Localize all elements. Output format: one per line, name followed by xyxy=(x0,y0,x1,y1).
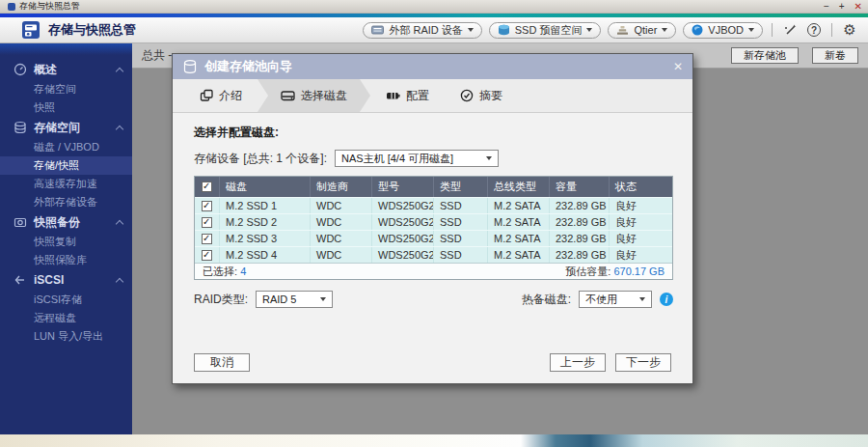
sidebar-item-snapshot-replica[interactable]: 快照复制 xyxy=(0,233,132,251)
iscsi-arrow-icon xyxy=(14,273,27,287)
chevron-down-icon xyxy=(468,28,474,32)
wand-recovery-button[interactable] xyxy=(781,21,799,39)
chevron-up-icon xyxy=(116,277,123,285)
cell-disk: M.2 SSD 2 xyxy=(220,214,311,230)
col-capacity[interactable]: 容量 xyxy=(550,177,610,197)
cell-capacity: 232.89 GB xyxy=(550,214,610,230)
col-model[interactable]: 型号 xyxy=(372,177,434,197)
disk-drive-icon xyxy=(281,89,295,102)
sidebar-item-external-storage[interactable]: 外部存储设备 xyxy=(0,193,132,211)
selected-label: 已选择: xyxy=(203,265,237,277)
sidebar-group-label: iSCSI xyxy=(34,273,64,287)
step-label: 介绍 xyxy=(219,88,242,104)
info-icon[interactable]: i xyxy=(660,293,673,306)
disks-icon xyxy=(14,121,27,134)
wand-icon xyxy=(783,23,798,38)
row-checkbox[interactable] xyxy=(202,250,212,261)
hot-spare-label: 热备磁盘: xyxy=(522,292,571,308)
cell-capacity: 232.89 GB xyxy=(550,198,610,213)
sidebar-group-storage[interactable]: 存储空间 xyxy=(0,117,132,138)
col-bus-type[interactable]: 总线类型 xyxy=(488,177,550,197)
cell-disk: M.2 SSD 3 xyxy=(220,231,311,246)
ssd-overprovisioning-button[interactable]: SSD 预留空间 xyxy=(489,22,602,39)
col-manufacturer[interactable]: 制造商 xyxy=(311,177,372,197)
storage-device-label: 存储设备 [总共: 1 个设备]: xyxy=(194,151,327,167)
estimate-label: 预估容量: xyxy=(565,265,610,277)
row-checkbox[interactable] xyxy=(202,217,212,228)
chevron-up-icon xyxy=(116,219,123,227)
cell-status: 良好 xyxy=(610,198,672,213)
table-row[interactable]: M.2 SSD 3 WDC WDS250G2... SSD M.2 SATA 2… xyxy=(195,230,672,246)
vjbod-button[interactable]: VJBOD xyxy=(683,22,763,39)
dialog-titlebar[interactable]: 创建存储池向导 ✕ xyxy=(173,54,692,79)
cell-disk: M.2 SSD 1 xyxy=(220,198,311,213)
cell-type: SSD xyxy=(434,214,488,230)
help-icon: ? xyxy=(807,23,821,37)
sidebar-item-lun-import-export[interactable]: LUN 导入/导出 xyxy=(0,327,132,346)
sidebar-item-snapshot[interactable]: 快照 xyxy=(0,98,132,117)
row-checkbox[interactable] xyxy=(202,201,212,211)
chevron-down-icon xyxy=(486,156,492,160)
sidebar-item-cache-acceleration[interactable]: 高速缓存加速 xyxy=(0,175,132,193)
dialog-title: 创建存储池向导 xyxy=(204,58,292,75)
cell-bus-type: M.2 SATA xyxy=(488,214,550,230)
cell-status: 良好 xyxy=(610,247,672,263)
chevron-up-icon xyxy=(116,67,123,74)
external-raid-device-button[interactable]: 外部 RAID 设备 xyxy=(363,22,481,39)
external-raid-device-label: 外部 RAID 设备 xyxy=(389,23,462,38)
next-button[interactable]: 下一步 xyxy=(615,353,671,372)
cell-type: SSD xyxy=(434,231,488,246)
table-row[interactable]: M.2 SSD 1 WDC WDS250G2... SSD M.2 SATA 2… xyxy=(195,197,672,213)
dialog-close-button[interactable]: ✕ xyxy=(673,60,683,73)
external-raid-device-icon xyxy=(371,25,384,36)
cancel-button[interactable]: 取消 xyxy=(194,353,250,372)
cell-manufacturer: WDC xyxy=(311,214,372,230)
help-button[interactable]: ? xyxy=(805,21,823,39)
raid-type-select[interactable]: RAID 5 xyxy=(256,291,333,308)
sidebar-item-snapshot-vault[interactable]: 快照保险库 xyxy=(0,251,132,269)
storage-device-select[interactable]: NAS主机 [4/4 可用磁盘] xyxy=(335,150,499,167)
wizard-step-intro[interactable]: 介绍 xyxy=(184,79,258,112)
sidebar-item-iscsi-storage[interactable]: iSCSI存储 xyxy=(0,291,132,309)
col-type[interactable]: 类型 xyxy=(434,177,488,197)
col-status[interactable]: 状态 xyxy=(610,177,672,197)
row-checkbox[interactable] xyxy=(202,234,212,244)
new-volume-button[interactable]: 新卷 xyxy=(812,47,858,64)
sidebar-item-disk-vjbod[interactable]: 磁盘 / VJBOD xyxy=(0,138,132,156)
chevron-up-icon xyxy=(116,125,123,132)
minimize-button[interactable]: − xyxy=(824,1,829,13)
wizard-step-summary[interactable]: 摘要 xyxy=(445,79,518,112)
sidebar-group-snapshot-backup[interactable]: 快照备份 xyxy=(0,211,132,233)
wizard-step-configure[interactable]: 配置 xyxy=(370,79,445,112)
check-circle-icon xyxy=(460,89,474,102)
sidebar-item-storage-space[interactable]: 存储空间 xyxy=(0,80,132,98)
chevron-down-icon xyxy=(748,28,754,32)
section-title: 选择并配置磁盘: xyxy=(194,125,671,141)
table-row[interactable]: M.2 SSD 2 WDC WDS250G2... SSD M.2 SATA 2… xyxy=(195,213,672,230)
new-storage-pool-button[interactable]: 新存储池 xyxy=(731,47,799,64)
maximize-button[interactable]: + xyxy=(839,1,845,13)
disk-table-header: 磁盘 制造商 型号 类型 总线类型 容量 状态 xyxy=(195,177,672,197)
raid-type-label: RAID类型: xyxy=(194,292,248,308)
storage-snapshots-app-icon xyxy=(21,20,41,40)
hot-spare-select[interactable]: 不使用 xyxy=(579,291,652,308)
back-button[interactable]: 上一步 xyxy=(550,353,606,372)
settings-button[interactable]: ⚙ xyxy=(841,21,858,39)
select-all-checkbox[interactable] xyxy=(202,182,212,192)
col-disk[interactable]: 磁盘 xyxy=(220,177,311,197)
step-label: 配置 xyxy=(406,88,429,104)
sidebar-group-label: 存储空间 xyxy=(34,120,80,136)
window-tab-title[interactable]: 存储与快照总管 xyxy=(19,0,80,13)
sidebar-item-remote-disk[interactable]: 远程磁盘 xyxy=(0,309,132,327)
wizard-step-select-disks[interactable]: 选择磁盘 xyxy=(258,79,370,112)
window-close-button[interactable]: ✕ xyxy=(854,1,862,13)
qtier-button[interactable]: Qtier xyxy=(608,22,676,39)
disk-table-footer: 已选择: 4 预估容量: 670.17 GB xyxy=(195,263,672,279)
cell-model: WDS250G2... xyxy=(372,198,434,213)
cell-manufacturer: WDC xyxy=(311,198,372,213)
sidebar-item-storage-snapshot[interactable]: 存储/快照 xyxy=(0,156,132,175)
hot-spare-value: 不使用 xyxy=(585,293,617,307)
sidebar-group-iscsi[interactable]: iSCSI xyxy=(0,269,132,291)
table-row[interactable]: M.2 SSD 4 WDC WDS250G2... SSD M.2 SATA 2… xyxy=(195,246,672,263)
sidebar-group-overview[interactable]: 概述 xyxy=(0,59,132,80)
